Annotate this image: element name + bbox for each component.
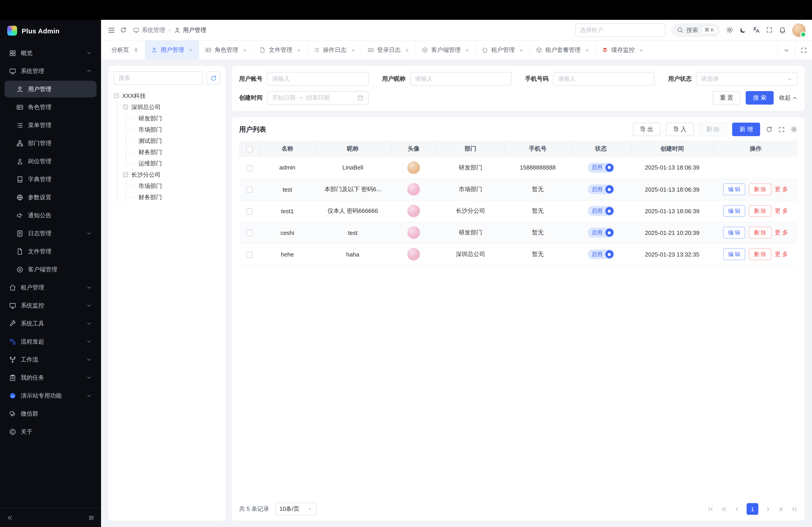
row-checkbox[interactable] <box>246 230 252 236</box>
search-button[interactable]: 搜 索 <box>746 91 774 105</box>
more-link[interactable]: 更 多 <box>775 251 788 257</box>
breadcrumb-item[interactable]: 用户管理 <box>174 26 206 34</box>
tab[interactable]: 文件管理 <box>253 41 307 60</box>
sidebar-item[interactable]: 我的任务 <box>4 369 97 386</box>
delete-button[interactable]: 删 除 <box>749 205 771 217</box>
collapse-node-icon[interactable] <box>114 93 119 99</box>
close-tab-icon[interactable] <box>585 48 590 52</box>
sidebar-item[interactable]: 菜单管理 <box>4 117 97 133</box>
sidebar-item[interactable]: 工作流 <box>4 351 97 368</box>
next-page-button[interactable] <box>765 506 771 512</box>
global-search[interactable]: 搜索 ⌘ K <box>671 23 720 37</box>
tree-refresh-button[interactable] <box>207 71 220 85</box>
sidebar-item[interactable]: 微信群 <box>4 405 97 422</box>
tenant-select[interactable]: 选择租户 <box>575 23 665 37</box>
sidebar-item[interactable]: 系统监控 <box>4 297 97 314</box>
pin-icon[interactable] <box>133 47 139 53</box>
sidebar-item[interactable]: 流程发起 <box>4 333 97 350</box>
last-page-button[interactable] <box>791 506 798 512</box>
tree-node[interactable]: XXX科技 <box>114 90 220 102</box>
close-tab-icon[interactable] <box>350 48 356 52</box>
tree-node[interactable]: 市场部门 <box>132 180 220 192</box>
row-checkbox[interactable] <box>246 252 252 258</box>
filter-input[interactable]: 请输入 <box>267 72 368 86</box>
status-toggle[interactable]: 启用 <box>588 163 614 173</box>
tab[interactable]: 客户端管理 <box>416 41 476 60</box>
fullscreen-icon[interactable] <box>766 27 773 33</box>
sidebar-item[interactable]: 参数设置 <box>4 189 97 206</box>
delete-selected-button[interactable]: 删 除 <box>699 123 727 136</box>
status-toggle[interactable]: 启用 <box>588 184 614 194</box>
sidebar-item[interactable]: 客户端管理 <box>4 261 97 278</box>
tree-node[interactable]: 研发部门 <box>132 113 220 124</box>
user-avatar[interactable] <box>792 23 806 37</box>
sidebar-item[interactable]: 系统管理 <box>4 63 97 79</box>
prev-page-button[interactable] <box>734 506 740 512</box>
filter-select[interactable]: 请选择 <box>696 72 798 86</box>
sidebar-item[interactable]: 用户管理 <box>4 81 97 97</box>
status-toggle[interactable]: 启用 <box>588 249 614 259</box>
sidebar-item[interactable]: 部门管理 <box>4 135 97 151</box>
tab-list-dropdown[interactable] <box>778 41 795 60</box>
sidebar-item[interactable]: 日志管理 <box>4 225 97 242</box>
tab[interactable]: 租户套餐管理 <box>530 41 595 60</box>
more-link[interactable]: 更 多 <box>775 186 788 193</box>
tree-node[interactable]: 测试部门 <box>132 135 220 147</box>
sidebar-item[interactable]: 文件管理 <box>4 243 97 260</box>
reset-button[interactable]: 重 置 <box>713 91 740 105</box>
breadcrumb-item[interactable]: 系统管理 <box>133 26 165 34</box>
first-page-button[interactable] <box>707 506 714 512</box>
more-link[interactable]: 更 多 <box>775 207 788 214</box>
edit-button[interactable]: 编 辑 <box>723 249 745 260</box>
edit-button[interactable]: 编 辑 <box>723 205 745 217</box>
sidebar-item[interactable]: 通知公告 <box>4 207 97 224</box>
collapse-node-icon[interactable] <box>123 104 129 110</box>
collapse-sidebar-button[interactable] <box>6 514 13 521</box>
notifications-icon[interactable] <box>779 26 786 34</box>
add-button[interactable]: 新 增 <box>733 123 760 136</box>
row-checkbox[interactable] <box>246 208 252 215</box>
tree-search-input[interactable]: 搜索 <box>114 71 203 85</box>
layout-settings-button[interactable] <box>88 514 95 521</box>
app-logo[interactable]: Plus Admin <box>0 20 101 42</box>
row-checkbox[interactable] <box>246 165 252 171</box>
settings-icon[interactable] <box>726 26 734 34</box>
language-icon[interactable] <box>752 26 760 34</box>
tree-node[interactable]: 运维部门 <box>132 158 220 169</box>
tab[interactable]: 缓存监控 <box>595 41 650 60</box>
tab[interactable]: 用户管理 <box>145 41 199 60</box>
sidebar-item[interactable]: 概览 <box>4 45 97 61</box>
sidebar-item[interactable]: 租户管理 <box>4 279 97 296</box>
date-range-input[interactable]: 开始日期 结束日期 <box>267 91 368 105</box>
tree-node[interactable]: 市场部门 <box>132 124 220 135</box>
collapse-filters-link[interactable]: 收起 <box>779 94 798 102</box>
prev-5-pages-button[interactable] <box>721 506 727 512</box>
close-tab-icon[interactable] <box>296 48 301 52</box>
status-toggle[interactable]: 启用 <box>588 228 614 238</box>
tab[interactable]: 角色管理 <box>199 41 253 60</box>
close-tab-icon[interactable] <box>188 48 193 52</box>
collapse-node-icon[interactable] <box>123 172 129 178</box>
delete-button[interactable]: 删 除 <box>749 227 771 239</box>
close-tab-icon[interactable] <box>242 48 247 52</box>
filter-input[interactable]: 请输入 <box>553 72 655 86</box>
import-button[interactable]: 导 入 <box>666 123 694 136</box>
tab[interactable]: 租户管理 <box>476 41 530 60</box>
select-all-checkbox[interactable] <box>246 146 252 152</box>
refresh-page-icon[interactable] <box>120 27 127 33</box>
sidebar-item[interactable]: 角色管理 <box>4 99 97 116</box>
column-settings-icon[interactable] <box>791 126 798 133</box>
close-tab-icon[interactable] <box>519 48 524 52</box>
page-size-select[interactable]: 10条/页 <box>275 503 317 515</box>
delete-button[interactable]: 删 除 <box>749 249 771 260</box>
tree-node[interactable]: 长沙分公司 <box>123 169 220 180</box>
edit-button[interactable]: 编 辑 <box>723 183 745 195</box>
export-button[interactable]: 导 出 <box>633 123 661 136</box>
delete-button[interactable]: 删 除 <box>749 183 771 195</box>
edit-button[interactable]: 编 辑 <box>723 227 745 239</box>
next-5-pages-button[interactable] <box>778 506 784 512</box>
table-fullscreen-icon[interactable] <box>778 126 785 133</box>
sidebar-item[interactable]: 字典管理 <box>4 171 97 187</box>
tree-node[interactable]: 财务部门 <box>132 147 220 158</box>
sidebar-item[interactable]: 演示站专用功能 <box>4 387 97 404</box>
